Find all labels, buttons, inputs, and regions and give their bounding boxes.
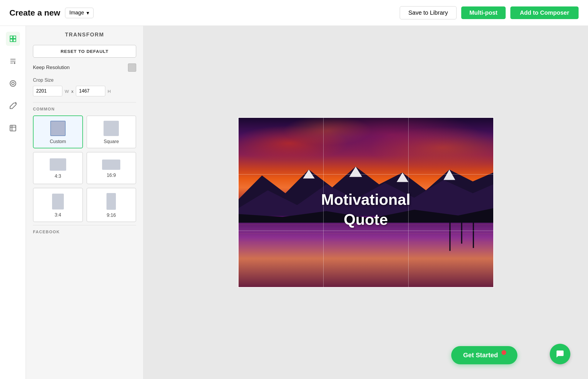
svg-point-5 [10, 81, 16, 86]
content-type-dropdown[interactable]: Image ▾ [65, 8, 94, 18]
height-unit-label: H [108, 89, 111, 94]
preset-3-4-label: 3:4 [55, 212, 61, 218]
chat-icon [555, 349, 565, 359]
reset-to-default-button[interactable]: RESET TO DEFAULT [33, 45, 136, 58]
transform-panel: TRANSFORM RESET TO DEFAULT Keep Resoluti… [26, 26, 144, 379]
header-actions: Save to Library Multi-post Add to Compos… [400, 6, 579, 19]
image-canvas: Motivational Quote [238, 117, 494, 288]
svg-rect-1 [13, 36, 16, 38]
facebook-section-label: FACEBOOK [33, 229, 136, 234]
get-started-label: Get Started [463, 351, 498, 359]
app-header: Create a new Image ▾ Save to Library Mul… [0, 0, 588, 26]
preset-4-3-label: 4:3 [55, 174, 61, 179]
preset-4-3-thumb [50, 158, 66, 171]
preset-9-16-thumb [106, 193, 116, 210]
crop-width-input[interactable] [33, 86, 62, 96]
panel-title: TRANSFORM [33, 32, 136, 38]
divider2 [33, 225, 136, 225]
app-body: TRANSFORM RESET TO DEFAULT Keep Resoluti… [0, 26, 588, 379]
add-to-composer-button[interactable]: Add to Composer [510, 6, 579, 19]
save-to-library-button[interactable]: Save to Library [400, 6, 457, 19]
svg-rect-0 [10, 36, 13, 38]
preset-9-16-label: 9:16 [107, 213, 116, 218]
keep-resolution-toggle[interactable] [128, 63, 136, 72]
preset-16-9-label: 16:9 [107, 173, 116, 178]
preset-custom-thumb [50, 121, 66, 136]
width-unit-label: W [65, 89, 69, 94]
crop-size-label: Crop Size [33, 78, 136, 83]
sidebar-item-text[interactable] [6, 54, 20, 68]
multipost-button[interactable]: Multi-post [461, 6, 506, 19]
sidebar-item-filter[interactable] [6, 121, 20, 135]
preset-custom-label: Custom [50, 139, 66, 144]
create-new-label: Create a new [9, 8, 60, 18]
content-type-label: Image [69, 10, 84, 16]
preset-9-16[interactable]: 9:16 [86, 188, 136, 222]
preset-3-4[interactable]: 3:4 [33, 188, 83, 222]
preset-square-label: Square [104, 139, 119, 144]
divider [33, 102, 136, 103]
dimension-separator: x [71, 89, 74, 94]
preset-square-thumb [104, 121, 119, 136]
canvas-text-line1: Motivational [321, 190, 410, 210]
sidebar-item-paint[interactable] [6, 99, 20, 113]
sidebar-item-elements[interactable] [6, 76, 20, 90]
common-section-label: COMMON [33, 107, 136, 111]
canvas-text-line2: Quote [321, 210, 410, 230]
keep-resolution-row: Keep Resolution [33, 63, 136, 72]
preset-16-9[interactable]: 16:9 [86, 152, 136, 184]
canvas-overlay-text: Motivational Quote [321, 190, 410, 229]
crop-height-input[interactable] [76, 86, 105, 96]
preset-16-9-thumb [102, 160, 120, 170]
preset-3-4-thumb [52, 194, 64, 209]
preset-grid: Custom Square 4:3 16:9 3:4 [33, 115, 136, 222]
crop-size-inputs: W x H [33, 86, 136, 96]
get-started-button[interactable]: Get Started [451, 346, 517, 364]
dropdown-arrow-icon: ▾ [86, 10, 89, 16]
preset-custom[interactable]: Custom [33, 115, 83, 148]
preset-square[interactable]: Square [86, 115, 136, 148]
notification-container [501, 351, 506, 359]
preset-4-3[interactable]: 4:3 [33, 152, 83, 184]
icon-bar [0, 26, 26, 379]
canvas-area: Motivational Quote [144, 26, 588, 379]
keep-resolution-label: Keep Resolution [33, 65, 70, 71]
notification-dot [502, 350, 506, 355]
crop-size-section: Crop Size W x H [33, 78, 136, 96]
svg-point-4 [11, 82, 14, 85]
svg-rect-2 [10, 39, 13, 42]
sidebar-item-transform[interactable] [6, 32, 20, 46]
svg-rect-3 [13, 39, 16, 42]
chat-bubble-button[interactable] [550, 344, 570, 364]
